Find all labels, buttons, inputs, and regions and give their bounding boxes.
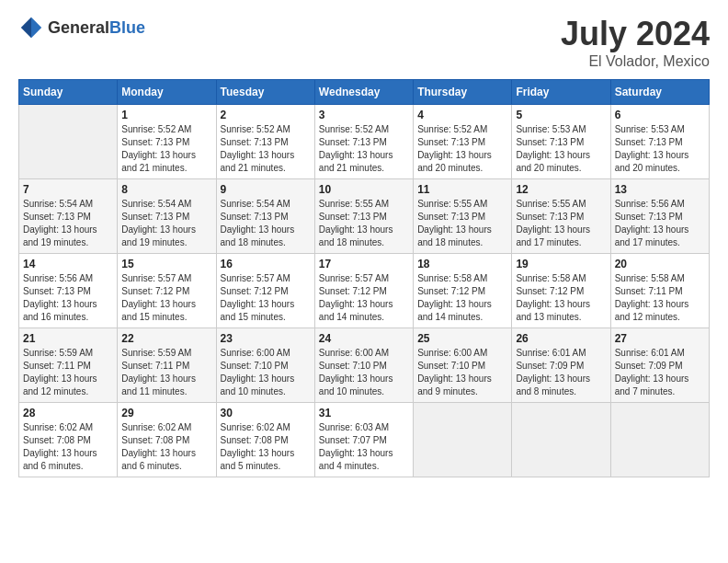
cell-sun-info: Sunrise: 5:58 AMSunset: 7:11 PMDaylight:…	[615, 272, 705, 324]
calendar-week-row: 1Sunrise: 5:52 AMSunset: 7:13 PMDaylight…	[19, 105, 710, 179]
cell-sun-info: Sunrise: 6:02 AMSunset: 7:08 PMDaylight:…	[221, 421, 311, 473]
calendar-week-row: 28Sunrise: 6:02 AMSunset: 7:08 PMDayligh…	[19, 403, 710, 477]
calendar-cell: 3Sunrise: 5:52 AMSunset: 7:13 PMDaylight…	[314, 105, 413, 179]
day-number: 14	[23, 258, 113, 270]
calendar-cell: 11Sunrise: 5:55 AMSunset: 7:13 PMDayligh…	[414, 179, 512, 254]
calendar-cell	[512, 403, 610, 477]
calendar-cell: 10Sunrise: 5:55 AMSunset: 7:13 PMDayligh…	[314, 179, 413, 254]
day-number: 5	[516, 109, 606, 121]
day-number: 13	[615, 183, 705, 196]
calendar-cell	[414, 403, 512, 477]
calendar-cell: 30Sunrise: 6:02 AMSunset: 7:08 PMDayligh…	[216, 403, 314, 477]
cell-sun-info: Sunrise: 5:53 AMSunset: 7:13 PMDaylight:…	[516, 123, 606, 175]
calendar-cell: 26Sunrise: 6:01 AMSunset: 7:09 PMDayligh…	[512, 328, 610, 403]
calendar-cell: 8Sunrise: 5:54 AMSunset: 7:13 PMDaylight…	[118, 179, 216, 254]
calendar-cell: 29Sunrise: 6:02 AMSunset: 7:08 PMDayligh…	[118, 403, 216, 477]
cell-sun-info: Sunrise: 6:00 AMSunset: 7:10 PMDaylight:…	[319, 347, 409, 398]
weekday-header: Saturday	[610, 80, 709, 105]
calendar-cell: 19Sunrise: 5:58 AMSunset: 7:12 PMDayligh…	[512, 254, 610, 328]
cell-sun-info: Sunrise: 5:52 AMSunset: 7:13 PMDaylight:…	[121, 123, 211, 175]
day-number: 28	[23, 407, 113, 419]
calendar-cell: 13Sunrise: 5:56 AMSunset: 7:13 PMDayligh…	[610, 179, 709, 254]
logo-icon	[18, 15, 44, 40]
calendar-cell: 15Sunrise: 5:57 AMSunset: 7:12 PMDayligh…	[118, 254, 216, 328]
weekday-header: Wednesday	[314, 80, 413, 105]
cell-sun-info: Sunrise: 5:55 AMSunset: 7:13 PMDaylight:…	[319, 198, 409, 249]
calendar-cell: 5Sunrise: 5:53 AMSunset: 7:13 PMDaylight…	[512, 105, 610, 179]
cell-sun-info: Sunrise: 5:53 AMSunset: 7:13 PMDaylight:…	[615, 123, 705, 175]
day-number: 26	[516, 332, 606, 345]
title-area: July 2024 El Volador, Mexico	[561, 15, 710, 70]
calendar-cell	[19, 105, 118, 179]
day-number: 22	[121, 332, 211, 345]
calendar-cell: 21Sunrise: 5:59 AMSunset: 7:11 PMDayligh…	[19, 328, 118, 403]
calendar-cell: 27Sunrise: 6:01 AMSunset: 7:09 PMDayligh…	[610, 328, 709, 403]
calendar-cell: 12Sunrise: 5:55 AMSunset: 7:13 PMDayligh…	[512, 179, 610, 254]
cell-sun-info: Sunrise: 5:54 AMSunset: 7:13 PMDaylight:…	[121, 198, 211, 249]
calendar-week-row: 14Sunrise: 5:56 AMSunset: 7:13 PMDayligh…	[19, 254, 710, 328]
calendar-cell: 17Sunrise: 5:57 AMSunset: 7:12 PMDayligh…	[314, 254, 413, 328]
calendar-cell: 9Sunrise: 5:54 AMSunset: 7:13 PMDaylight…	[216, 179, 314, 254]
calendar-cell: 2Sunrise: 5:52 AMSunset: 7:13 PMDaylight…	[216, 105, 314, 179]
cell-sun-info: Sunrise: 5:59 AMSunset: 7:11 PMDaylight:…	[121, 347, 211, 398]
calendar-cell: 6Sunrise: 5:53 AMSunset: 7:13 PMDaylight…	[610, 105, 709, 179]
day-number: 19	[516, 258, 606, 270]
logo-general: General	[48, 18, 109, 37]
cell-sun-info: Sunrise: 5:55 AMSunset: 7:13 PMDaylight:…	[417, 198, 507, 249]
cell-sun-info: Sunrise: 5:57 AMSunset: 7:12 PMDaylight:…	[221, 272, 311, 324]
weekday-header: Friday	[512, 80, 610, 105]
cell-sun-info: Sunrise: 5:58 AMSunset: 7:12 PMDaylight:…	[417, 272, 507, 324]
cell-sun-info: Sunrise: 6:02 AMSunset: 7:08 PMDaylight:…	[121, 421, 211, 473]
logo-blue: Blue	[109, 18, 145, 37]
day-number: 1	[121, 109, 211, 121]
calendar-week-row: 7Sunrise: 5:54 AMSunset: 7:13 PMDaylight…	[19, 179, 710, 254]
month-title: July 2024	[561, 15, 710, 53]
day-number: 20	[615, 258, 705, 270]
calendar-table: SundayMondayTuesdayWednesdayThursdayFrid…	[18, 79, 710, 477]
cell-sun-info: Sunrise: 5:52 AMSunset: 7:13 PMDaylight:…	[221, 123, 311, 175]
day-number: 21	[23, 332, 113, 345]
location-title: El Volador, Mexico	[561, 53, 710, 70]
day-number: 31	[319, 407, 409, 419]
day-number: 16	[221, 258, 311, 270]
calendar-cell: 14Sunrise: 5:56 AMSunset: 7:13 PMDayligh…	[19, 254, 118, 328]
weekday-header: Tuesday	[216, 80, 314, 105]
cell-sun-info: Sunrise: 5:54 AMSunset: 7:13 PMDaylight:…	[221, 198, 311, 249]
cell-sun-info: Sunrise: 6:01 AMSunset: 7:09 PMDaylight:…	[615, 347, 705, 398]
calendar-cell: 18Sunrise: 5:58 AMSunset: 7:12 PMDayligh…	[414, 254, 512, 328]
cell-sun-info: Sunrise: 6:01 AMSunset: 7:09 PMDaylight:…	[516, 347, 606, 398]
day-number: 18	[417, 258, 507, 270]
calendar-header-row: SundayMondayTuesdayWednesdayThursdayFrid…	[19, 80, 710, 105]
day-number: 6	[615, 109, 705, 121]
cell-sun-info: Sunrise: 5:58 AMSunset: 7:12 PMDaylight:…	[516, 272, 606, 324]
cell-sun-info: Sunrise: 5:52 AMSunset: 7:13 PMDaylight:…	[319, 123, 409, 175]
weekday-header: Sunday	[19, 80, 118, 105]
calendar-cell: 7Sunrise: 5:54 AMSunset: 7:13 PMDaylight…	[19, 179, 118, 254]
cell-sun-info: Sunrise: 5:57 AMSunset: 7:12 PMDaylight:…	[121, 272, 211, 324]
cell-sun-info: Sunrise: 5:56 AMSunset: 7:13 PMDaylight:…	[615, 198, 705, 249]
day-number: 2	[221, 109, 311, 121]
day-number: 11	[417, 183, 507, 196]
calendar-cell: 25Sunrise: 6:00 AMSunset: 7:10 PMDayligh…	[414, 328, 512, 403]
calendar-cell	[610, 403, 709, 477]
day-number: 3	[319, 109, 409, 121]
cell-sun-info: Sunrise: 6:00 AMSunset: 7:10 PMDaylight:…	[417, 347, 507, 398]
day-number: 29	[121, 407, 211, 419]
day-number: 24	[319, 332, 409, 345]
day-number: 23	[221, 332, 311, 345]
weekday-header: Thursday	[414, 80, 512, 105]
day-number: 15	[121, 258, 211, 270]
cell-sun-info: Sunrise: 5:59 AMSunset: 7:11 PMDaylight:…	[23, 347, 113, 398]
calendar-cell: 24Sunrise: 6:00 AMSunset: 7:10 PMDayligh…	[314, 328, 413, 403]
calendar-cell: 1Sunrise: 5:52 AMSunset: 7:13 PMDaylight…	[118, 105, 216, 179]
cell-sun-info: Sunrise: 5:52 AMSunset: 7:13 PMDaylight:…	[417, 123, 507, 175]
day-number: 10	[319, 183, 409, 196]
cell-sun-info: Sunrise: 6:03 AMSunset: 7:07 PMDaylight:…	[319, 421, 409, 473]
calendar-cell: 4Sunrise: 5:52 AMSunset: 7:13 PMDaylight…	[414, 105, 512, 179]
calendar-cell: 22Sunrise: 5:59 AMSunset: 7:11 PMDayligh…	[118, 328, 216, 403]
cell-sun-info: Sunrise: 5:57 AMSunset: 7:12 PMDaylight:…	[319, 272, 409, 324]
calendar-cell: 16Sunrise: 5:57 AMSunset: 7:12 PMDayligh…	[216, 254, 314, 328]
cell-sun-info: Sunrise: 5:55 AMSunset: 7:13 PMDaylight:…	[516, 198, 606, 249]
calendar-cell: 23Sunrise: 6:00 AMSunset: 7:10 PMDayligh…	[216, 328, 314, 403]
day-number: 25	[417, 332, 507, 345]
